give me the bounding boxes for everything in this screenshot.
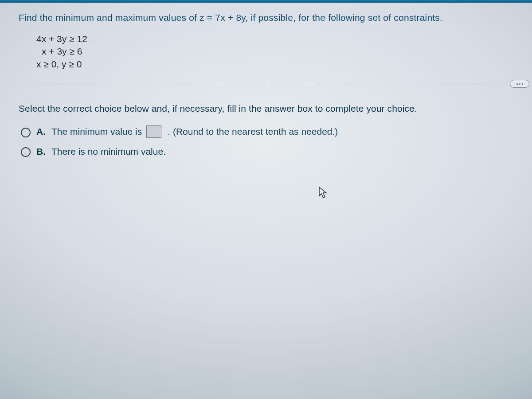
constraint-line-1: 4x + 3y ≥ 12 — [36, 33, 514, 45]
section-divider — [0, 84, 532, 85]
question-panel: Find the minimum and maximum values of z… — [0, 3, 532, 165]
choice-a-letter: A. — [36, 126, 47, 137]
choice-a-text-before: The minimum value is — [51, 126, 142, 137]
choice-b-letter: B. — [36, 146, 47, 157]
ellipsis-icon — [516, 83, 518, 85]
divider-line — [0, 84, 532, 84]
choice-b-row: B. There is no minimum value. — [19, 146, 514, 157]
instruction-text: Select the correct choice below and, if … — [19, 103, 514, 114]
choice-b-text: There is no minimum value. — [51, 146, 166, 157]
more-options-button[interactable] — [510, 80, 529, 88]
choice-a-text-after: . (Round to the nearest tenth as needed.… — [168, 126, 338, 137]
choice-a-row: A. The minimum value is . (Round to the … — [19, 125, 514, 138]
answer-choices: A. The minimum value is . (Round to the … — [19, 125, 514, 157]
constraint-line-3: x ≥ 0, y ≥ 0 — [36, 58, 514, 70]
choice-a-radio[interactable] — [21, 128, 31, 137]
choice-a-answer-input[interactable] — [146, 125, 161, 138]
constraint-line-2: x + 3y ≥ 6 — [42, 45, 514, 58]
question-prompt: Find the minimum and maximum values of z… — [19, 12, 514, 23]
constraints-block: 4x + 3y ≥ 12 x + 3y ≥ 6 x ≥ 0, y ≥ 0 — [36, 33, 514, 70]
ellipsis-icon — [522, 83, 523, 85]
cursor-icon — [318, 186, 328, 200]
ellipsis-icon — [519, 83, 520, 85]
choice-b-radio[interactable] — [21, 147, 31, 157]
